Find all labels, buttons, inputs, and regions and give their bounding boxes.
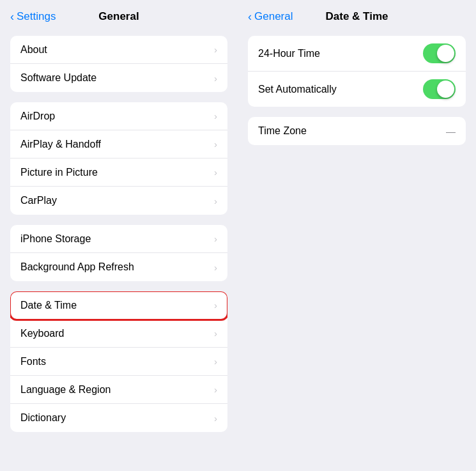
row-24-hour-time[interactable]: 24-Hour Time [248,36,466,72]
chevron-icon: › [214,167,217,178]
sidebar-item-airdrop[interactable]: AirDrop › [10,102,227,130]
toggle-24-hour-time[interactable] [423,43,456,63]
sidebar-item-airplay-handoff[interactable]: AirPlay & Handoff › [10,130,227,158]
sidebar-item-fonts[interactable]: Fonts › [10,348,227,376]
sidebar-item-iphone-storage[interactable]: iPhone Storage › [10,225,227,253]
row-set-automatically[interactable]: Set Automatically [248,72,466,107]
left-panel-title: General [98,10,139,23]
toggle-knob [437,81,454,98]
settings-back-button[interactable]: ‹ Settings [10,10,56,24]
left-panel-content: About › Software Update › AirDrop › AirP… [0,29,238,449]
back-chevron-icon: ‹ [248,10,252,24]
sidebar-item-background-app-refresh[interactable]: Background App Refresh › [10,253,227,281]
sidebar-item-picture-in-picture[interactable]: Picture in Picture › [10,158,227,187]
toggle-set-automatically[interactable] [423,79,456,99]
sidebar-item-about[interactable]: About › [10,36,227,64]
chevron-icon: › [214,356,217,367]
sidebar-item-dictionary[interactable]: Dictionary › [10,404,227,432]
back-label: Settings [17,10,56,23]
chevron-icon: › [214,139,217,150]
back-label: General [254,10,293,23]
right-panel-content: 24-Hour Time Set Automatically Time Zone… [238,29,476,162]
chevron-icon: › [214,262,217,273]
right-settings-group-1: 24-Hour Time Set Automatically [248,36,466,107]
chevron-icon: › [214,384,217,395]
sidebar-item-language-region[interactable]: Language & Region › [10,376,227,404]
time-zone-value-container: — [446,126,456,137]
chevron-icon: › [214,44,217,55]
chevron-icon: › [214,413,217,424]
settings-group-3: iPhone Storage › Background App Refresh … [10,225,227,281]
chevron-icon: › [214,300,217,311]
chevron-icon: › [214,73,217,84]
sidebar-item-software-update[interactable]: Software Update › [10,64,227,92]
right-panel-title: Date & Time [326,10,388,23]
sidebar-item-carplay[interactable]: CarPlay › [10,187,227,215]
chevron-icon: › [214,196,217,206]
chevron-icon: › [214,328,217,339]
sidebar-item-date-time[interactable]: Date & Time › [10,291,227,320]
left-panel: ‹ Settings General About › Software Upda… [0,0,238,471]
settings-group-1: About › Software Update › [10,36,227,92]
settings-group-4: Date & Time › Keyboard › Fonts › Languag… [10,291,227,432]
chevron-icon: › [214,111,217,121]
toggle-knob [437,45,454,62]
sidebar-item-keyboard[interactable]: Keyboard › [10,320,227,348]
chevron-icon: › [214,233,217,244]
row-time-zone[interactable]: Time Zone — [248,117,466,145]
settings-group-2: AirDrop › AirPlay & Handoff › Picture in… [10,102,227,215]
right-header: ‹ General Date & Time [238,0,476,29]
left-header: ‹ Settings General [0,0,238,29]
right-panel: ‹ General Date & Time 24-Hour Time Set A… [238,0,476,471]
right-settings-group-2: Time Zone — [248,117,466,145]
general-back-button[interactable]: ‹ General [248,10,293,24]
back-chevron-icon: ‹ [10,10,14,24]
